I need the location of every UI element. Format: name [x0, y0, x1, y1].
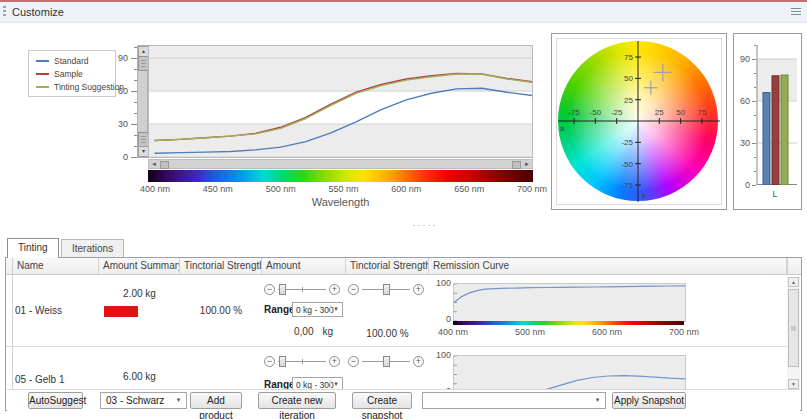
axis-tick-label: -75 — [568, 108, 580, 117]
axis-tick-label: 75 — [698, 108, 707, 117]
plus-icon[interactable]: + — [329, 284, 340, 295]
axis-tick-label: 550 nm — [328, 184, 358, 194]
column-header-remission-curve[interactable]: Remission Curve — [429, 258, 787, 274]
lightness-axis-label: L — [753, 189, 797, 199]
axis-tick-label: 60 — [118, 86, 128, 96]
tinctorial-strength-value: 100.00 % — [346, 328, 429, 339]
axis-tick-label: 700 nm — [669, 327, 699, 337]
axis-tick-label: 30 — [118, 119, 128, 129]
create-new-iteration-button[interactable]: Create new iteration — [258, 392, 336, 409]
axis-tick-label: 100 — [435, 350, 451, 360]
column-header-tinctorial-strength-summary[interactable]: Tinctorial Strength Su... — [180, 258, 262, 274]
tinctorial-strength-slider[interactable]: − + — [348, 355, 424, 369]
product-name: 01 - Weiss — [13, 275, 99, 346]
row-gutter — [6, 275, 13, 346]
minus-icon[interactable]: − — [348, 356, 359, 367]
snapshot-select[interactable]: ▾ — [422, 392, 606, 409]
wavelength-spectrum-strip — [148, 170, 533, 182]
vertical-zoom-scrollbar[interactable]: ▴ ▾ — [137, 45, 148, 158]
spectral-chart-y-axis: 0306090 — [102, 46, 130, 157]
lightness-bar-chart — [753, 45, 797, 185]
range-select[interactable]: 0 kg - 300 ▾ — [292, 302, 343, 317]
slider-track[interactable] — [362, 361, 410, 362]
amount-summary-cell: 2.00 kg — [99, 275, 180, 346]
spectral-chart-plot — [148, 45, 533, 158]
axis-tick-label: 100 — [435, 278, 451, 288]
plus-icon[interactable]: + — [329, 356, 340, 367]
create-snapshot-button[interactable]: Create snapshot — [352, 392, 412, 409]
axis-tick-label: -25 — [621, 138, 633, 147]
scrollbar-pin[interactable] — [160, 161, 169, 169]
column-header-name[interactable]: Name — [13, 258, 99, 274]
tinctorial-strength-slider[interactable]: − + — [348, 283, 424, 297]
axis-tick-label: 450 nm — [203, 184, 233, 194]
remission-spectrum-strip — [453, 321, 684, 325]
axis-tick-label: 500 nm — [515, 327, 545, 337]
tinctorial-summary-cell: 100.00 % — [180, 275, 262, 346]
axis-tick-label: 500 nm — [266, 184, 296, 194]
scroll-right-icon[interactable]: ► — [524, 160, 530, 168]
table-row[interactable]: 01 - Weiss 2.00 kg 100.00 % − — [6, 275, 787, 347]
tab-tinting[interactable]: Tinting — [7, 238, 59, 258]
a-axis-letter: a — [560, 124, 564, 133]
axis-tick-label: 30 — [740, 138, 750, 148]
plus-icon[interactable]: + — [413, 284, 424, 295]
scroll-down-icon[interactable]: ▼ — [788, 379, 799, 389]
column-header-tinctorial-strength[interactable]: Tinctorial Strength — [346, 258, 429, 274]
legend-label: Standard — [54, 56, 89, 66]
plus-icon[interactable]: + — [413, 356, 424, 367]
tab-iterations[interactable]: Iterations — [61, 239, 124, 257]
slider-track[interactable] — [278, 361, 326, 362]
amount-value: 0,00kg — [294, 326, 333, 337]
amount-bar — [104, 306, 138, 317]
axis-tick-label: 0 — [745, 180, 750, 190]
minus-icon[interactable]: − — [348, 284, 359, 295]
spectral-chart-x-axis: 400 nm450 nm500 nm550 nm600 nm650 nm700 … — [149, 184, 532, 194]
scrollbar-pin[interactable] — [512, 161, 521, 169]
minus-icon[interactable]: − — [264, 284, 275, 295]
table-scrollbar[interactable]: ▲ ▼ — [787, 277, 800, 389]
remission-curve-chart: 1000 400 nm500 nm600 nm700 nm — [435, 279, 695, 339]
amount-slider[interactable]: − + — [264, 283, 340, 297]
product-select[interactable]: 03 - Schwarz ▾ — [100, 392, 187, 409]
menu-icon[interactable] — [791, 8, 801, 16]
amount-cell: − + Range: 0 kg - 300 ▾ — [262, 275, 346, 346]
slider-thumb[interactable] — [383, 284, 390, 295]
chevron-down-icon: ▾ — [330, 305, 341, 313]
axis-tick-label: 0 — [123, 152, 128, 162]
axis-tick-label: 400 nm — [438, 327, 468, 337]
amount-summary-value: 2.00 kg — [99, 288, 180, 299]
chevron-down-icon: ▾ — [173, 396, 184, 404]
apply-snapshot-button[interactable]: Apply Snapshot — [612, 392, 686, 409]
splitter-grip-icon[interactable]: ····· — [395, 222, 455, 228]
axis-tick-label: 600 nm — [592, 327, 622, 337]
axis-tick-label: 650 nm — [454, 184, 484, 194]
scrollbar-thumb[interactable] — [788, 289, 799, 367]
window-title: Customize — [12, 6, 64, 18]
axis-tick-label: 700 nm — [517, 184, 547, 194]
slider-thumb[interactable] — [279, 284, 286, 295]
slider-thumb[interactable] — [279, 356, 286, 367]
tinctorial-strength-cell: − + 100.00 % — [346, 275, 429, 346]
column-header-amount-summary[interactable]: Amount Summary — [99, 258, 180, 274]
scroll-left-icon[interactable]: ◄ — [151, 160, 157, 168]
drag-grip-icon[interactable] — [3, 6, 6, 18]
legend-color-dash — [36, 86, 49, 88]
header-gutter — [6, 258, 13, 274]
amount-slider[interactable]: − + — [264, 355, 340, 369]
slider-track[interactable] — [278, 289, 326, 290]
axis-tick-label: 60 — [740, 96, 750, 106]
column-header-amount[interactable]: Amount — [262, 258, 346, 274]
remission-curve-cell: 1000 400 nm500 nm600 nm700 nm — [429, 275, 787, 346]
axis-tick-label: -25 — [611, 108, 623, 117]
scroll-up-icon[interactable]: ▲ — [788, 277, 799, 287]
slider-track[interactable] — [362, 289, 410, 290]
remission-x-axis: 400 nm500 nm600 nm700 nm — [453, 327, 684, 337]
minus-icon[interactable]: − — [264, 356, 275, 367]
horizontal-zoom-scrollbar[interactable]: ◄ ► — [148, 159, 533, 169]
amount-summary-value: 6.00 kg — [99, 371, 180, 382]
axis-tick-label: 25 — [655, 108, 664, 117]
slider-thumb[interactable] — [383, 356, 390, 367]
autosuggest-button[interactable]: AutoSuggest — [28, 392, 83, 409]
add-product-button[interactable]: Add product — [190, 392, 242, 409]
